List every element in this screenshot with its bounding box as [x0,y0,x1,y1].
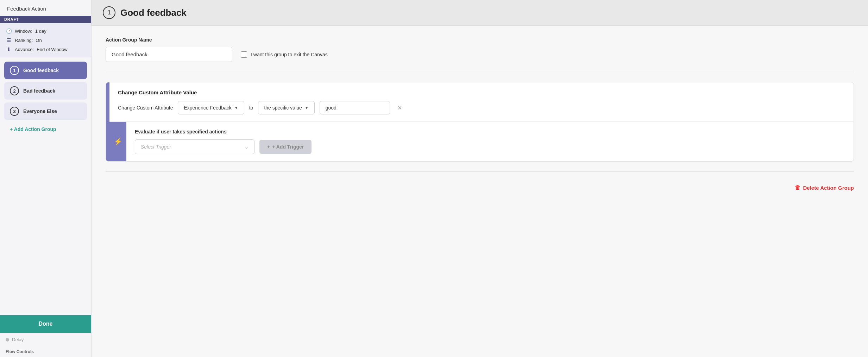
remove-attribute-button[interactable]: × [395,102,405,113]
trigger-dropdown-arrow: ⌄ [244,144,249,150]
specific-value-dropdown[interactable]: the specific value ▼ [258,101,314,114]
delete-row: 🗑 Delete Action Group [106,182,854,194]
exit-canvas-row: I want this group to exit the Canvas [241,51,328,58]
attribute-dropdown-arrow: ▼ [234,106,238,110]
advance-label: Advance: [15,47,34,52]
change-label: Change Custom Attribute [118,105,173,111]
lightning-icon: ⚡ [114,137,122,146]
action-group-name-section: Action Group Name I want this group to e… [106,37,854,62]
ranking-row: ☰ Ranking: On [6,37,86,43]
add-trigger-label: + Add Trigger [272,144,304,150]
action-group-name-label: Action Group Name [106,37,854,43]
ranking-icon: ☰ [6,37,12,43]
group-item-2[interactable]: 2 Bad feedback [4,82,87,100]
name-row: I want this group to exit the Canvas [106,47,854,62]
ranking-value: On [36,38,42,43]
change-attribute-title: Change Custom Attribute Value [118,89,845,95]
sidebar-title: Feedback Action [0,0,91,16]
add-action-group-button[interactable]: + Add Action Group [4,123,87,136]
divider-1 [106,72,854,72]
clock-icon: 🕐 [6,28,12,34]
flow-controls-label: Flow Controls [0,346,91,357]
group-item-1[interactable]: 1 Good feedback [4,62,87,79]
attribute-dropdown[interactable]: Experience Feedback ▼ [178,101,244,114]
action-card-inner: Change Custom Attribute Value Change Cus… [106,82,854,161]
main-header: 1 Good feedback [92,0,868,26]
window-row: 🕐 Window: 1 day [6,28,86,34]
trigger-row: Select Trigger ⌄ + + Add Trigger [135,139,845,154]
sidebar: Feedback Action DRAFT 🕐 Window: 1 day ☰ … [0,0,92,357]
ranking-label: Ranking: [15,38,33,43]
action-side-bar [106,82,109,161]
delete-icon: 🗑 [795,184,800,191]
action-card: Change Custom Attribute Value Change Cus… [106,82,854,162]
trigger-title: Evaluate if user takes specified actions [135,129,845,134]
change-attribute-section: Change Custom Attribute Value Change Cus… [109,82,854,121]
advance-icon: ⬇ [6,46,12,52]
exit-canvas-label: I want this group to exit the Canvas [251,52,328,57]
main-content: Action Group Name I want this group to e… [92,26,868,205]
sidebar-info: 🕐 Window: 1 day ☰ Ranking: On ⬇ Advance:… [0,23,91,57]
attribute-row: Change Custom Attribute Experience Feedb… [118,101,845,114]
add-trigger-button[interactable]: + + Add Trigger [259,140,312,154]
header-title: Good feedback [120,7,187,18]
delay-label: Delay [12,337,24,342]
window-label: Window: [15,29,32,34]
draft-badge: DRAFT [0,16,91,23]
trigger-placeholder: Select Trigger [141,144,171,150]
exit-canvas-checkbox[interactable] [241,51,247,58]
group-label-1: Good feedback [23,68,59,73]
delete-action-group-button[interactable]: 🗑 Delete Action Group [795,184,854,191]
main-panel: 1 Good feedback Action Group Name I want… [92,0,868,357]
specific-value-arrow: ▼ [305,106,309,110]
lightning-icon-wrap: ⚡ [109,122,126,161]
trigger-select-dropdown[interactable]: Select Trigger ⌄ [135,139,254,154]
group-number-1: 1 [10,66,19,75]
group-item-3[interactable]: 3 Everyone Else [4,102,87,120]
done-button[interactable]: Done [0,315,91,333]
delay-row: Delay [0,333,91,346]
divider-2 [106,171,854,172]
add-trigger-icon: + [267,144,270,150]
to-label: to [249,105,253,111]
window-value: 1 day [35,29,46,34]
advance-value: End of Window [37,47,67,52]
group-number-2: 2 [10,86,19,95]
lightning-section: ⚡ Evaluate if user takes specified actio… [109,122,854,161]
action-card-body: Change Custom Attribute Value Change Cus… [109,82,854,161]
action-groups-list: 1 Good feedback 2 Bad feedback 3 Everyon… [0,57,91,315]
attribute-dropdown-value: Experience Feedback [184,105,231,111]
advance-row: ⬇ Advance: End of Window [6,46,86,52]
group-label-3: Everyone Else [23,108,57,114]
group-label-2: Bad feedback [23,88,55,94]
specific-value-text: the specific value [264,105,302,111]
delete-label: Delete Action Group [803,185,854,191]
delay-dot [6,338,9,342]
value-input[interactable] [320,101,390,114]
header-number: 1 [103,6,115,19]
group-number-3: 3 [10,107,19,116]
trigger-section: Evaluate if user takes specified actions… [126,122,854,161]
group-name-input[interactable] [106,47,232,62]
